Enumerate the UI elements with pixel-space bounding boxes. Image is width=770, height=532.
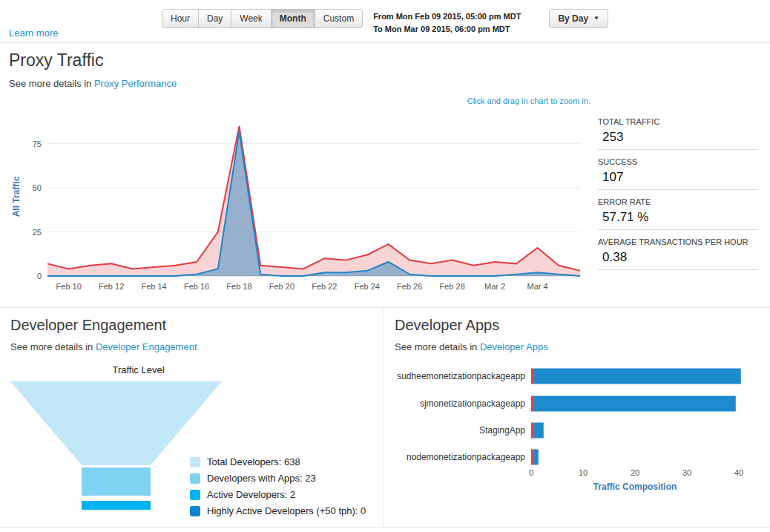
x-tick-label: Feb 20 [269,282,294,291]
x-tick-label: Mar 2 [484,282,505,291]
x-tick-label: 20 [631,468,639,477]
series-line [47,126,580,271]
series-line [47,131,580,276]
x-tick-label: Feb 22 [312,282,337,291]
funnel-segment-with-apps [82,467,151,496]
funnel-segment-total [10,381,222,465]
caret-down-icon: ▼ [593,16,599,22]
bar-error-segment [531,369,533,384]
developer-apps-title: Developer Apps [395,317,760,334]
bar-success-segment [533,396,736,412]
traffic-stats-panel: TOTAL TRAFFIC 253 SUCCESS 107 ERROR RATE… [590,116,761,304]
traffic-chart-column: Click and drag in chart to zoom in. 0255… [9,91,590,304]
funnel-legend-item: Total Developers: 638 [190,456,366,467]
apps-details-line: See more details in Developer Apps [395,341,760,352]
proxy-performance-link[interactable]: Proxy Performance [94,78,177,89]
x-tick-label: Mar 4 [527,282,547,291]
range-month-button[interactable]: Month [271,9,315,28]
x-tick-label: Feb 16 [184,282,209,291]
x-tick-label: Feb 10 [56,282,82,291]
funnel-title: Traffic Level [10,364,266,375]
range-week-button[interactable]: Week [231,9,271,28]
legend-label: Developers with Apps: 23 [207,473,316,484]
x-tick-label: Feb 24 [355,282,380,291]
x-tick-label: Feb 12 [99,282,124,291]
x-tick-label: Feb 28 [440,282,465,291]
stat-total-traffic: TOTAL TRAFFIC 253 [598,116,758,150]
bottom-sections: Developer Engagement See more details in… [0,308,770,528]
bar-error-segment [531,423,533,439]
date-to-text: To Mon Mar 09 2015, 06:00 pm MDT [373,23,521,36]
legend-swatch [190,490,200,500]
stat-label: AVERAGE TRANSACTIONS PER HOUR [598,237,758,246]
developer-apps-section: Developer Apps See more details in Devel… [384,308,770,527]
proxy-traffic-title: Proxy Traffic [9,50,761,70]
learn-more-link[interactable]: Learn more [9,27,58,39]
proxy-details-line: See more details in Proxy Performance [9,78,761,89]
funnel-legend-item: Highly Active Developers (+50 tph): 0 [190,505,366,516]
series-area [47,126,580,276]
legend-swatch [190,506,200,516]
time-range-button-group: Hour Day Week Month Custom [162,9,363,28]
developer-engagement-section: Developer Engagement See more details in… [0,308,384,527]
x-axis-title: Traffic Composition [593,482,677,492]
range-day-button[interactable]: Day [198,9,231,28]
y-tick-label: 50 [33,183,42,192]
legend-label: Active Developers: 2 [207,489,295,500]
stat-label: TOTAL TRAFFIC [598,117,758,126]
funnel-legend: Total Developers: 638Developers with App… [190,456,366,522]
toolbar-controls: Hour Day Week Month Custom From Mon Feb … [0,0,770,36]
stat-error-rate: ERROR RATE 57.71 % [598,196,758,230]
stat-value: 57.71 % [598,210,758,225]
bar-success-segment [533,423,544,439]
legend-swatch [190,457,200,467]
bar-error-segment [531,396,533,412]
apps-bar-chart-wrap: sudheemonetizationpackageappsjmonetizati… [395,363,760,498]
stat-success: SUCCESS 107 [598,156,758,190]
developer-apps-link[interactable]: Developer Apps [480,341,548,352]
series-area [47,131,580,276]
group-by-label: By Day [558,13,588,24]
x-tick-label: Feb 14 [141,282,166,291]
x-tick-label: 10 [579,468,588,477]
bar-error-segment [531,450,533,465]
proxy-traffic-section: Proxy Traffic See more details in Proxy … [0,43,770,308]
bar-success-segment [533,450,539,465]
funnel-segment-active [82,501,151,510]
engagement-details-line: See more details in Developer Engagement [10,341,373,352]
stat-label: ERROR RATE [598,197,758,206]
range-custom-button[interactable]: Custom [315,9,363,28]
bar-category-label: sudheemonetizationpackageapp [397,371,525,381]
stat-value: 107 [598,170,758,185]
bar-category-label: StagingApp [479,425,525,436]
developer-engagement-title: Developer Engagement [10,317,373,334]
stat-value: 0.38 [598,250,758,265]
proxy-body: Click and drag in chart to zoom in. 0255… [9,91,761,304]
bar-category-label: sjmonetizationpackageapp [420,398,525,409]
stat-label: SUCCESS [598,157,758,166]
x-tick-label: Feb 18 [226,282,251,291]
y-tick-label: 25 [33,228,42,237]
range-hour-button[interactable]: Hour [162,9,199,28]
developer-engagement-link[interactable]: Developer Engagement [96,341,197,352]
bar-category-label: nodemonetizationpackageapp [407,452,525,462]
funnel-legend-item: Active Developers: 2 [190,489,366,500]
bar-success-segment [533,369,741,384]
y-tick-label: 0 [37,272,42,280]
legend-swatch [190,473,200,484]
stat-avg-tph: AVERAGE TRANSACTIONS PER HOUR 0.38 [598,236,758,270]
traffic-area-chart[interactable]: 0255075Feb 10Feb 12Feb 14Feb 16Feb 18Feb… [9,107,590,301]
date-from-text: From Mon Feb 09 2015, 05:00 pm MDT [373,10,521,23]
toolbar: Learn more Hour Day Week Month Custom Fr… [0,0,770,43]
x-tick-label: Feb 26 [397,282,422,291]
group-by-dropdown[interactable]: By Day ▼ [549,9,608,28]
engagement-details-prefix: See more details in [10,341,93,352]
zoom-hint-text: Click and drag in chart to zoom in. [9,96,590,105]
y-tick-label: 75 [33,139,42,148]
legend-label: Total Developers: 638 [207,456,300,467]
apps-bar-chart: sudheemonetizationpackageappsjmonetizati… [395,363,760,495]
proxy-details-prefix: See more details in [9,78,91,89]
stat-value: 253 [598,130,758,145]
x-tick-label: 30 [682,468,691,477]
x-tick-label: 0 [529,468,533,477]
